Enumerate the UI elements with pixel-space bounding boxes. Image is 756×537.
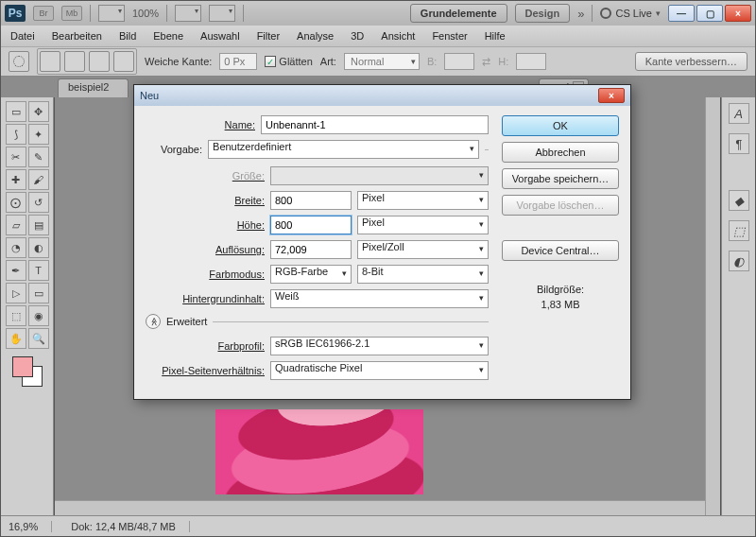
width-input[interactable] bbox=[270, 191, 352, 210]
scrollbar-horizontal[interactable] bbox=[55, 500, 705, 515]
ps-logo-icon: Ps bbox=[5, 5, 26, 22]
colormode-dropdown[interactable]: RGB-Farbe bbox=[270, 265, 352, 284]
resolution-unit-dropdown[interactable]: Pixel/Zoll bbox=[357, 240, 489, 259]
marquee-new-icon[interactable] bbox=[40, 51, 60, 72]
save-preset-button[interactable]: Vorgabe speichern… bbox=[502, 168, 619, 189]
bridge-icon[interactable]: Br bbox=[33, 6, 54, 21]
3d-tool[interactable]: ⬚ bbox=[6, 305, 26, 326]
paragraph-panel-icon[interactable]: ¶ bbox=[729, 133, 749, 154]
workspace-more-icon[interactable]: » bbox=[577, 7, 584, 21]
color-swatches[interactable] bbox=[12, 356, 43, 387]
move-tool[interactable]: ✥ bbox=[28, 101, 49, 122]
device-central-button[interactable]: Device Central… bbox=[502, 240, 619, 261]
menu-bar: Datei Bearbeiten Bild Ebene Auswahl Filt… bbox=[1, 26, 755, 46]
colormode-label: Farbmodus: bbox=[155, 268, 265, 280]
extras-dropdown[interactable] bbox=[209, 5, 235, 22]
arrange-dropdown[interactable] bbox=[175, 5, 201, 22]
menu-ansicht[interactable]: Ansicht bbox=[381, 30, 415, 42]
menu-bild[interactable]: Bild bbox=[119, 30, 136, 42]
cslive-menu[interactable]: CS Live bbox=[600, 8, 661, 19]
path-tool[interactable]: ▷ bbox=[6, 283, 26, 303]
colorprofile-label: Farbprofil: bbox=[155, 340, 265, 352]
name-input[interactable] bbox=[261, 115, 489, 134]
app-topbar: Ps Br Mb 100% Grundelemente Design » CS … bbox=[1, 1, 755, 26]
marquee-sub-icon[interactable] bbox=[89, 51, 110, 72]
brush-tool[interactable]: 🖌 bbox=[28, 169, 49, 190]
menu-datei[interactable]: Datei bbox=[10, 30, 35, 42]
workspace-tab-design[interactable]: Design bbox=[515, 4, 571, 23]
colorprofile-dropdown[interactable]: sRGB IEC61966-2.1 bbox=[270, 337, 489, 355]
pixelratio-dropdown[interactable]: Quadratische Pixel bbox=[270, 361, 489, 380]
scrollbar-vertical[interactable] bbox=[705, 97, 720, 515]
menu-auswahl[interactable]: Auswahl bbox=[200, 30, 240, 42]
dodge-tool[interactable]: ◐ bbox=[28, 237, 49, 258]
shape-tool[interactable]: ▭ bbox=[28, 283, 49, 303]
menu-hilfe[interactable]: Hilfe bbox=[485, 30, 506, 42]
zoom-percent[interactable]: 100% bbox=[132, 8, 159, 19]
minibridge-icon[interactable]: Mb bbox=[61, 6, 82, 21]
type-tool[interactable]: T bbox=[28, 260, 49, 281]
status-doc-size[interactable]: Dok: 12,4 MB/48,7 MB bbox=[71, 521, 190, 532]
dialog-close-button[interactable]: × bbox=[598, 88, 625, 103]
menu-3d[interactable]: 3D bbox=[351, 30, 364, 42]
height-unit-dropdown[interactable]: Pixel bbox=[357, 216, 489, 234]
width-field bbox=[444, 53, 474, 70]
refine-edge-button[interactable]: Kante verbessern… bbox=[635, 52, 747, 71]
cancel-button[interactable]: Abbrechen bbox=[502, 142, 619, 163]
feather-field[interactable]: 0 Px bbox=[219, 53, 257, 70]
menu-fenster[interactable]: Fenster bbox=[432, 30, 467, 42]
lasso-tool[interactable]: ⟆ bbox=[6, 124, 26, 145]
channels-panel-icon[interactable]: ⬚ bbox=[729, 220, 749, 241]
marquee-int-icon[interactable] bbox=[113, 51, 134, 72]
menu-analyse[interactable]: Analyse bbox=[297, 30, 334, 42]
status-zoom[interactable]: 16,9% bbox=[9, 521, 52, 532]
delete-preset-button: Vorgabe löschen… bbox=[502, 195, 619, 216]
bitdepth-dropdown[interactable]: 8-Bit bbox=[357, 265, 489, 284]
menu-bearbeiten[interactable]: Bearbeiten bbox=[52, 30, 102, 42]
heal-tool[interactable]: ✚ bbox=[6, 169, 26, 190]
marquee-shape-group bbox=[37, 48, 137, 75]
blur-tool[interactable]: ◔ bbox=[6, 237, 26, 258]
marquee-add-icon[interactable] bbox=[64, 51, 85, 72]
gradient-tool[interactable]: ▤ bbox=[28, 215, 49, 235]
resolution-input[interactable] bbox=[270, 240, 352, 259]
stamp-tool[interactable]: ⨀ bbox=[6, 192, 26, 213]
eraser-tool[interactable]: ▱ bbox=[6, 215, 26, 235]
workspace-tab-grundelemente[interactable]: Grundelemente bbox=[410, 4, 507, 23]
resolution-label: Auflösung: bbox=[155, 244, 265, 255]
width-unit-dropdown[interactable]: Pixel bbox=[357, 191, 489, 210]
height-input[interactable] bbox=[270, 216, 352, 234]
dialog-titlebar[interactable]: Neu × bbox=[134, 85, 630, 106]
window-maximize-button[interactable]: ▢ bbox=[696, 5, 723, 22]
antialias-check[interactable]: Glätten bbox=[265, 56, 312, 68]
size-dropdown bbox=[270, 166, 489, 185]
cslive-icon bbox=[600, 8, 611, 19]
crop-tool[interactable]: ✂ bbox=[6, 147, 26, 167]
layers-panel-icon[interactable]: ◆ bbox=[729, 190, 749, 211]
preset-dropdown[interactable]: Benutzerdefiniert bbox=[208, 140, 479, 159]
wand-tool[interactable]: ✦ bbox=[28, 124, 49, 145]
menu-ebene[interactable]: Ebene bbox=[153, 30, 183, 42]
window-minimize-button[interactable]: — bbox=[668, 5, 695, 22]
window-close-button[interactable]: × bbox=[725, 5, 751, 22]
menu-filter[interactable]: Filter bbox=[257, 30, 280, 42]
bgcontent-dropdown[interactable]: Weiß bbox=[270, 289, 489, 308]
hand-tool[interactable]: ✋ bbox=[6, 328, 26, 349]
pixelratio-label: Pixel-Seitenverhältnis: bbox=[155, 365, 265, 376]
zoom-tool[interactable]: 🔍 bbox=[28, 328, 49, 349]
ok-button[interactable]: OK bbox=[502, 115, 619, 136]
camera-tool[interactable]: ◉ bbox=[28, 305, 49, 326]
style-dropdown[interactable]: Normal bbox=[344, 53, 420, 70]
character-panel-icon[interactable]: A bbox=[729, 103, 749, 124]
eyedrop-tool[interactable]: ✎ bbox=[28, 147, 49, 167]
preset-label: Vorgabe: bbox=[161, 144, 202, 155]
history-tool[interactable]: ↺ bbox=[28, 192, 49, 213]
feather-label: Weiche Kante: bbox=[145, 56, 212, 67]
advanced-toggle-icon[interactable] bbox=[146, 314, 161, 329]
screenmode-dropdown[interactable] bbox=[98, 5, 125, 22]
doc-tab-1[interactable]: beispiel2 bbox=[58, 78, 129, 97]
paths-panel-icon[interactable]: ◐ bbox=[729, 251, 749, 271]
pen-tool[interactable]: ✒ bbox=[6, 260, 26, 281]
tool-preset-icon[interactable] bbox=[9, 51, 29, 72]
marquee-tool[interactable]: ▭ bbox=[6, 101, 26, 122]
